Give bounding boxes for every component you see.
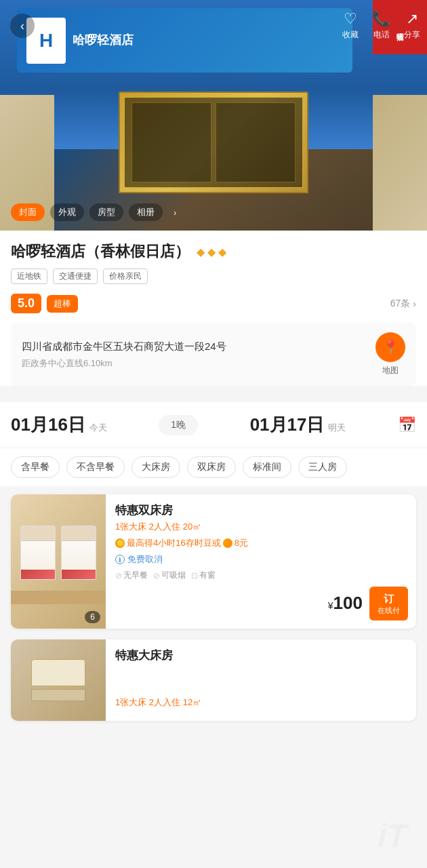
tags-row: 近地铁 交通便捷 价格亲民 — [11, 269, 416, 284]
share-icon: ↗ — [406, 10, 418, 28]
feature-smoking: ⊘ 可吸烟 — [153, 570, 186, 581]
img-nav-more[interactable]: › — [168, 203, 182, 221]
checkin-date[interactable]: 01月16日 今天 — [11, 413, 107, 437]
room-name-twin: 特惠双床房 — [115, 502, 408, 518]
filter-king[interactable]: 大床房 — [131, 456, 180, 478]
address-box: 四川省成都市金牛区五块石商贸大道一段24号 距政务中心直线6.10km 📍 地图 — [11, 323, 416, 386]
star-1: ◆ — [197, 245, 205, 258]
room-promo-twin: 🟡 最高得4小时16存时豆或 🟠 8元 — [115, 537, 408, 549]
cancel-text: 免费取消 — [127, 553, 163, 566]
book-button-twin[interactable]: 订 在线付 — [369, 587, 408, 620]
back-button[interactable]: ‹ — [10, 14, 35, 38]
cancel-circle-icon: ℹ — [115, 555, 125, 564]
filter-tabs: 含早餐 不含早餐 大床房 双床房 标准间 三人房 — [0, 448, 427, 486]
checkout-date-num: 01月17日 — [250, 413, 325, 437]
review-count[interactable]: 67条 › — [390, 298, 416, 310]
filter-triple[interactable]: 三人房 — [298, 456, 347, 478]
nights-badge: 1晚 — [159, 415, 198, 435]
address-left: 四川省成都市金牛区五块石商贸大道一段24号 距政务中心直线6.10km — [22, 339, 226, 370]
filter-standard[interactable]: 标准间 — [243, 456, 291, 478]
favorite-action[interactable]: ♡ 收藏 — [342, 10, 359, 41]
map-label: 地图 — [382, 365, 399, 376]
star-2: ◆ — [207, 245, 216, 258]
phone-label: 电话 — [373, 29, 390, 41]
img-nav-album[interactable]: 相册 — [129, 203, 163, 221]
coin-icon-2: 🟠 — [223, 538, 232, 548]
review-count-text: 67条 — [390, 298, 411, 310]
tag-transport: 交通便捷 — [53, 269, 98, 284]
phone-icon: 📞 — [372, 10, 390, 28]
star-3: ◆ — [218, 245, 226, 258]
tag-price: 价格亲民 — [103, 269, 148, 284]
checkout-date[interactable]: 01月17日 明天 — [250, 413, 346, 437]
checkin-date-sub: 今天 — [89, 422, 107, 434]
map-icon: 📍 — [375, 332, 405, 362]
room-card-king: 特惠大床房 1张大床 2人入住 12㎡ — [11, 639, 416, 721]
img-nav-cover[interactable]: 封面 — [11, 203, 45, 221]
calendar-icon[interactable]: 📅 — [398, 416, 416, 434]
room-features-twin: ⊘ 无早餐 ⊘ 可吸烟 ⊡ 有窗 — [115, 570, 408, 581]
date-section[interactable]: 01月16日 今天 1晚 01月17日 明天 📅 — [0, 397, 427, 448]
room-price-twin: ¥100 — [328, 593, 363, 614]
img-nav-exterior[interactable]: 外观 — [50, 203, 84, 221]
share-label: 分享 — [404, 29, 420, 41]
top-actions: ♡ 收藏 📞 电话 ↗ 分享 — [342, 10, 420, 41]
room-image-king[interactable] — [11, 639, 106, 721]
phone-action[interactable]: 📞 电话 — [372, 10, 390, 41]
room-price-row-twin: ¥100 订 在线付 — [115, 587, 408, 620]
book-btn-label: 订 — [378, 592, 400, 606]
hotel-name: 哈啰轻酒店（香林假日店） — [11, 241, 190, 262]
hero-section: H 哈啰轻酒店 哈啰轻酒店 ‹ ♡ 收藏 📞 电话 ↗ 分享 — [0, 0, 427, 231]
address-text: 四川省成都市金牛区五块石商贸大道一段24号 — [22, 339, 226, 355]
checkout-date-sub: 明天 — [328, 422, 346, 434]
room-info-king: 特惠大床房 1张大床 2人入住 12㎡ — [106, 639, 416, 721]
hotel-stars: ◆ ◆ ◆ — [197, 245, 226, 258]
filter-twin[interactable]: 双床房 — [187, 456, 236, 478]
coin-icon: 🟡 — [115, 538, 125, 548]
room-name-king: 特惠大床房 — [115, 648, 408, 663]
checkin-date-num: 01月16日 — [11, 413, 85, 437]
tag-metro: 近地铁 — [11, 269, 47, 284]
score-label: 超棒 — [47, 295, 78, 313]
favorite-label: 收藏 — [342, 29, 359, 41]
book-btn-sub: 在线付 — [378, 606, 400, 615]
promo-text: 最高得4小时16存时豆或 — [127, 537, 221, 549]
heart-icon: ♡ — [344, 10, 357, 28]
room-cancel-twin: ℹ 免费取消 — [115, 553, 408, 566]
review-arrow: › — [413, 298, 416, 309]
address-distance: 距政务中心直线6.10km — [22, 357, 226, 370]
hotel-name-row: 哈啰轻酒店（香林假日店） ◆ ◆ ◆ — [11, 241, 416, 262]
rating-left: 5.0 超棒 — [11, 294, 78, 313]
filter-no-breakfast[interactable]: 不含早餐 — [66, 456, 125, 478]
feature-no-breakfast: ⊘ 无早餐 — [115, 570, 148, 581]
watermark: iT — [378, 817, 407, 854]
hotel-info-section: 哈啰轻酒店（香林假日店） ◆ ◆ ◆ 近地铁 交通便捷 价格亲民 5.0 超棒 … — [0, 231, 427, 386]
promo-amount: 8元 — [235, 537, 248, 549]
feature-window: ⊡ 有窗 — [191, 570, 216, 581]
map-button[interactable]: 📍 地图 — [375, 332, 405, 376]
image-nav: 封面 外观 房型 相册 › — [11, 203, 182, 221]
room-card-twin: 6 特惠双床房 1张大床 2人入住 20㎡ 🟡 最高得4小时16存时豆或 🟠 8… — [11, 494, 416, 629]
share-action[interactable]: ↗ 分享 — [404, 10, 420, 41]
filter-breakfast[interactable]: 含早餐 — [11, 456, 60, 478]
room-detail-king: 1张大床 2人入住 12㎡ — [115, 696, 408, 709]
room-detail-twin: 1张大床 2人入住 20㎡ — [115, 521, 408, 533]
score-badge: 5.0 — [11, 294, 41, 313]
room-img-count-twin: 6 — [85, 611, 100, 623]
room-info-twin: 特惠双床房 1张大床 2人入住 20㎡ 🟡 最高得4小时16存时豆或 🟠 8元 … — [106, 494, 416, 629]
room-image-twin[interactable]: 6 — [11, 494, 106, 629]
img-nav-room-type[interactable]: 房型 — [89, 203, 123, 221]
room-cards: 6 特惠双床房 1张大床 2人入住 20㎡ 🟡 最高得4小时16存时豆或 🟠 8… — [0, 486, 427, 729]
rating-row: 5.0 超棒 67条 › — [11, 294, 416, 313]
